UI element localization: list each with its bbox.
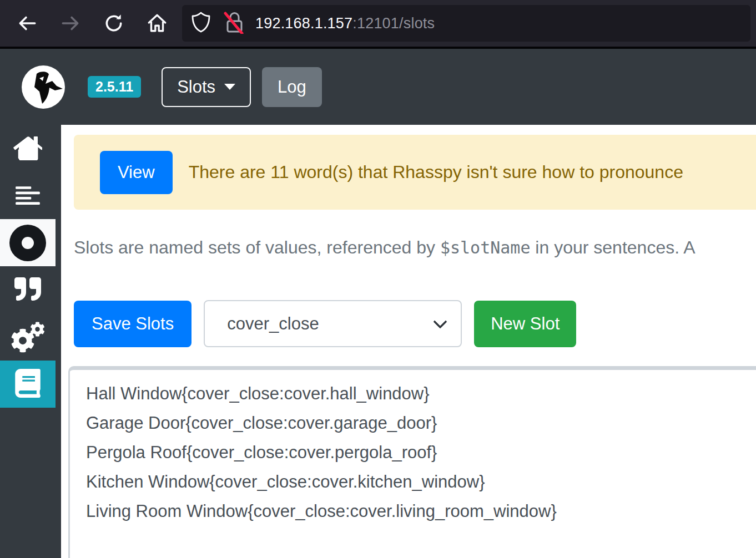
- slotname-code: $slotName: [440, 238, 531, 257]
- rhasspy-logo-icon: [21, 65, 65, 109]
- slots-description-after: in your sentences. A: [530, 237, 695, 257]
- sidebar-item-sentences[interactable]: [0, 172, 56, 219]
- new-slot-button[interactable]: New Slot: [474, 301, 576, 347]
- book-icon: [15, 369, 41, 400]
- sidebar-item-settings[interactable]: [0, 313, 56, 361]
- slot-select[interactable]: cover_close: [204, 300, 462, 347]
- url-path: :12101/slots: [352, 15, 435, 32]
- cogs-icon: [11, 322, 45, 353]
- slot-values-textarea[interactable]: Hall Window{cover_close:cover.hall_windo…: [68, 366, 756, 558]
- sidebar-item-home[interactable]: [0, 125, 56, 172]
- save-slots-button[interactable]: Save Slots: [74, 301, 191, 347]
- slots-description-before: Slots are named sets of values, referenc…: [74, 237, 440, 257]
- reload-icon[interactable]: [103, 13, 124, 34]
- sidebar: [0, 125, 61, 558]
- align-left-icon: [14, 181, 42, 211]
- quote-right-icon: [14, 276, 41, 305]
- chevron-down-icon: [224, 84, 235, 90]
- version-badge: 2.5.11: [88, 76, 141, 98]
- home-icon: [13, 135, 42, 163]
- shield-icon[interactable]: [191, 11, 211, 35]
- app-header: 2.5.11 Slots Log: [0, 49, 756, 125]
- url-text: 192.168.1.157:12101/slots: [255, 15, 435, 32]
- sidebar-item-words[interactable]: [0, 266, 56, 313]
- main-row: View There are 11 word(s) that Rhasspy i…: [0, 125, 756, 558]
- url-bar[interactable]: 192.168.1.157:12101/slots: [182, 5, 750, 42]
- slots-controls: Save Slots cover_close New Slot: [74, 300, 756, 347]
- record-circle-icon: [9, 225, 46, 261]
- pronounce-warning-banner: View There are 11 word(s) that Rhasspy i…: [74, 135, 756, 210]
- url-host: 192.168.1.157: [255, 15, 352, 32]
- insecure-lock-icon[interactable]: [223, 11, 245, 36]
- content-area: View There are 11 word(s) that Rhasspy i…: [61, 125, 756, 558]
- sidebar-item-slots[interactable]: [0, 361, 56, 408]
- sidebar-item-record[interactable]: [0, 219, 56, 266]
- forward-icon[interactable]: [60, 13, 81, 34]
- slots-description: Slots are named sets of values, referenc…: [74, 237, 756, 258]
- warning-message: There are 11 word(s) that Rhasspy isn't …: [189, 162, 683, 182]
- browser-toolbar: 192.168.1.157:12101/slots: [0, 0, 756, 49]
- back-icon[interactable]: [17, 13, 38, 34]
- browser-nav-buttons: [0, 13, 182, 34]
- view-button[interactable]: View: [100, 151, 173, 194]
- home-icon[interactable]: [147, 13, 168, 34]
- page-select-dropdown[interactable]: Slots: [162, 67, 251, 107]
- slot-select-wrap: cover_close: [204, 300, 462, 347]
- page-select-label: Slots: [177, 77, 215, 97]
- log-button[interactable]: Log: [262, 67, 322, 107]
